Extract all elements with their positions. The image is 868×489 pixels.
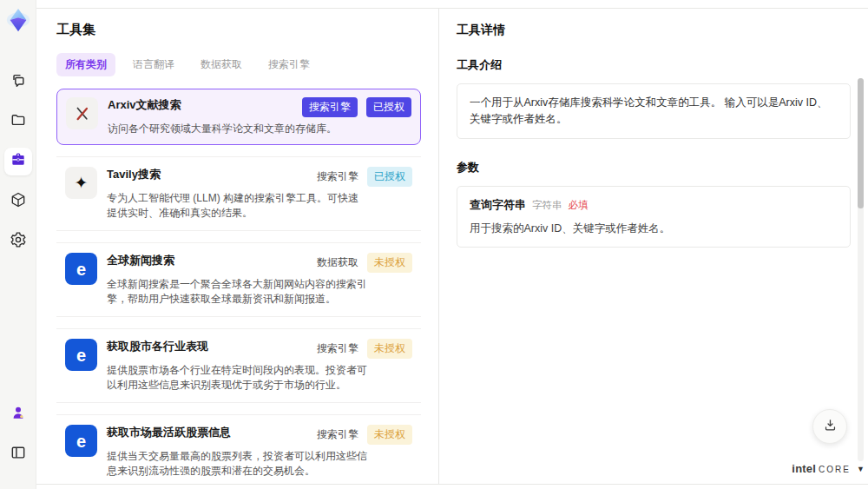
tool-category-label: 搜索引擎	[317, 427, 358, 442]
tool-detail-panel: 工具详情 工具介绍 一个用于从Arxiv存储库搜索科学论文和文章的工具。 输入可…	[438, 9, 868, 484]
page-title: 工具集	[56, 22, 419, 38]
sidebar-item-settings[interactable]	[4, 228, 32, 255]
gear-icon	[10, 231, 27, 252]
tool-description: 专为人工智能代理 (LLM) 构建的搜索引擎工具。可快速提供实时、准确和真实的结…	[107, 191, 367, 221]
category-tab[interactable]: 所有类别	[56, 53, 115, 76]
category-tab[interactable]: 搜索引擎	[260, 53, 319, 76]
tool-category-label: 搜索引擎	[317, 169, 358, 184]
tool-list: Arxiv文献搜索 搜索引擎 已授权 访问各个研究领域大量科学论文和文章的存储库…	[56, 89, 421, 484]
folder-icon	[10, 111, 27, 132]
content-area: 工具集 所有类别 语言翻译 数据获取 搜索引擎 Arxiv文献搜索 搜索引擎 已…	[36, 8, 868, 485]
tool-name: Tavily搜索	[107, 167, 161, 182]
intro-box: 一个用于从Arxiv存储库搜索科学论文和文章的工具。 输入可以是Arxiv ID…	[457, 83, 851, 139]
sidebar-item-packages[interactable]	[4, 188, 32, 215]
tool-description: 提供当天交易量最高的股票列表，投资者可以利用这些信息来识别流动性强的股票和潜在的…	[107, 449, 367, 479]
sidebar-item-collapse[interactable]	[4, 440, 32, 468]
tool-name: 获取市场最活跃股票信息	[107, 425, 231, 440]
auth-status-badge: 已授权	[367, 167, 412, 187]
tool-card[interactable]: ✦ Tavily搜索 搜索引擎 已授权 专为人工智能代理 (LLM) 构建的搜索…	[56, 156, 421, 231]
tool-card[interactable]: e 获取市场最活跃股票信息 搜索引擎 未授权 提供当天交易量最高的股票列表，投资…	[56, 414, 421, 484]
tool-card[interactable]: Arxiv文献搜索 搜索引擎 已授权 访问各个研究领域大量科学论文和文章的存储库…	[56, 89, 421, 145]
panel-toggle-icon	[10, 444, 27, 465]
app-sidebar	[0, 0, 36, 489]
category-tabs: 所有类别 语言翻译 数据获取 搜索引擎	[56, 53, 419, 76]
sidebar-item-chat[interactable]	[4, 68, 32, 96]
arxiv-logo-icon	[66, 97, 98, 129]
tool-description: 全球新闻搜索是一个聚合全球各大新闻网站内容的搜索引擎，帮助用户快速获取全球最新资…	[107, 277, 367, 307]
tool-category-label: 搜索引擎	[302, 97, 358, 117]
tool-category-label: 数据获取	[317, 255, 358, 270]
tool-category-label: 搜索引擎	[317, 341, 358, 356]
toolset-panel: 工具集 所有类别 语言翻译 数据获取 搜索引擎 Arxiv文献搜索 搜索引擎 已…	[36, 9, 438, 484]
category-tab[interactable]: 数据获取	[192, 53, 251, 76]
detail-title: 工具详情	[457, 23, 851, 38]
gem-logo-icon	[5, 7, 31, 33]
param-desc: 用于搜索的Arxiv ID、关键字或作者姓名。	[470, 221, 838, 236]
core-wordmark: CORE	[819, 465, 851, 474]
auth-status-badge: 已授权	[366, 97, 411, 117]
tool-description: 提供股票市场各个行业在特定时间段内的表现。投资者可以利用这些信息来识别表现优于或…	[107, 363, 367, 393]
tool-name: 全球新闻搜索	[107, 253, 174, 268]
sidebar-item-toolbox[interactable]	[4, 148, 32, 175]
intro-heading: 工具介绍	[457, 57, 851, 73]
param-head: 查询字符串 字符串 必填	[470, 197, 838, 213]
params-heading: 参数	[457, 160, 851, 175]
sidebar-bottom	[4, 400, 32, 480]
active-stock-icon: e	[65, 425, 97, 457]
param-type: 字符串	[532, 199, 562, 212]
intel-wordmark: intel	[792, 462, 816, 475]
sidebar-item-account[interactable]	[4, 400, 32, 428]
cube-icon	[10, 191, 27, 212]
download-icon	[823, 418, 838, 436]
param-required-flag: 必填	[569, 199, 589, 212]
tool-name: 获取股市各行业表现	[107, 339, 208, 354]
global-news-icon: e	[65, 253, 97, 285]
tool-name: Arxiv文献搜索	[108, 97, 181, 113]
auth-status-badge: 未授权	[367, 339, 412, 359]
tool-card[interactable]: e 获取股市各行业表现 搜索引擎 未授权 提供股票市场各个行业在特定时间段内的表…	[56, 328, 421, 403]
auth-status-badge: 未授权	[367, 253, 412, 273]
auth-status-badge: 未授权	[367, 425, 412, 445]
tool-description: 访问各个研究领域大量科学论文和文章的存储库。	[108, 122, 368, 136]
tool-card[interactable]: e 全球新闻搜索 数据获取 未授权 全球新闻搜索是一个聚合全球各大新闻网站内容的…	[56, 242, 421, 317]
param-name: 查询字符串	[470, 197, 526, 213]
sidebar-item-files[interactable]	[4, 108, 32, 135]
param-box: 查询字符串 字符串 必填 用于搜索的Arxiv ID、关键字或作者姓名。	[457, 186, 851, 248]
category-tab[interactable]: 语言翻译	[124, 53, 183, 76]
briefcase-icon	[10, 151, 27, 172]
tavily-star-icon: ✦	[65, 167, 97, 199]
avatar-icon	[10, 404, 27, 425]
intel-core-logo: intel CORE	[792, 462, 851, 475]
chat-icon	[10, 71, 27, 92]
stock-sector-icon: e	[65, 339, 97, 371]
download-button[interactable]	[812, 409, 847, 444]
